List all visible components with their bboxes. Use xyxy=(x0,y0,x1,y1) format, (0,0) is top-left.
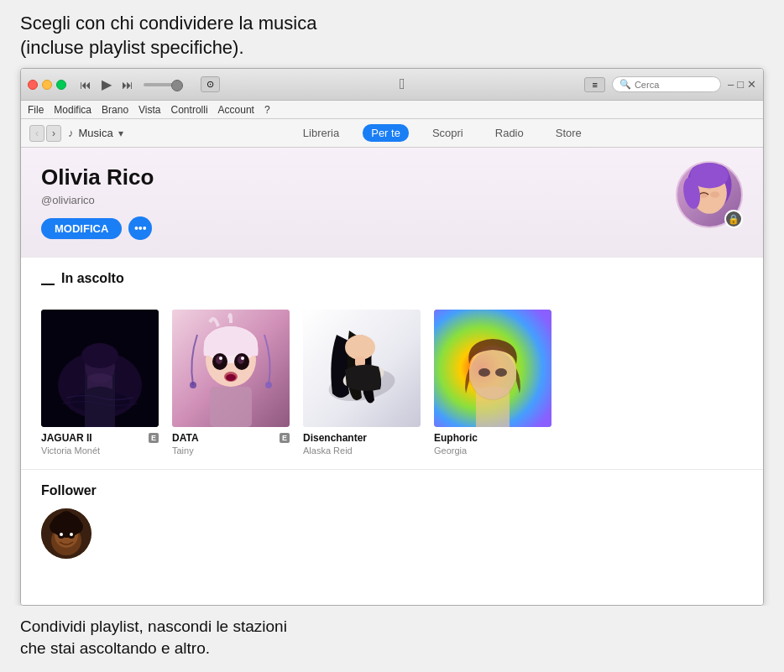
disenchanter-title: Disenchanter xyxy=(303,432,367,444)
listening-section-title: In ascolto xyxy=(61,271,124,286)
album-cover-jaguar xyxy=(41,310,159,427)
menu-modifica[interactable]: Modifica xyxy=(54,104,91,116)
itunes-window: ⏮ ▶ ⏭ ⊙  ≡ 🔍 – □ ✕ File Modifica Brano … xyxy=(20,68,764,606)
album-item-jaguar[interactable]: JAGUAR II E Victoria Monét xyxy=(41,310,159,456)
album-item-data[interactable]: DATA E Tainy xyxy=(172,310,290,456)
nav-bar: ‹ › ♪ Musica ▾ Libreria Per te Scopri Ra… xyxy=(21,119,763,148)
menu-file[interactable]: File xyxy=(28,104,44,116)
tab-scopri[interactable]: Scopri xyxy=(424,124,472,142)
search-box[interactable]: 🔍 xyxy=(612,76,721,92)
window-restore-icon[interactable]: □ xyxy=(737,78,744,91)
airplay-button[interactable]: ⊙ xyxy=(201,76,220,92)
nav-back-button[interactable]: ‹ xyxy=(29,125,44,142)
svg-point-52 xyxy=(70,533,73,536)
menu-account[interactable]: Account xyxy=(218,104,254,116)
apple-icon:  xyxy=(400,76,405,92)
follower-section-title: Follower xyxy=(41,483,743,498)
data-title: DATA xyxy=(172,432,199,444)
music-note-icon: ♪ xyxy=(68,127,74,139)
data-artist: Tainy xyxy=(172,445,290,456)
list-view-button[interactable]: ≡ xyxy=(584,77,604,92)
albums-grid: JAGUAR II E Victoria Monét xyxy=(41,310,743,456)
play-button[interactable]: ▶ xyxy=(98,75,115,94)
edit-profile-button[interactable]: MODIFICA xyxy=(41,218,122,239)
menu-vista[interactable]: Vista xyxy=(139,104,160,116)
rewind-button[interactable]: ⏮ xyxy=(76,76,95,93)
jaguar-title: JAGUAR II xyxy=(41,432,92,444)
tab-radio[interactable]: Radio xyxy=(487,124,532,142)
tab-libreria[interactable]: Libreria xyxy=(295,124,348,142)
nav-arrows: ‹ › xyxy=(29,125,61,142)
nav-dropdown-icon[interactable]: ▾ xyxy=(118,128,123,139)
disenchanter-artist: Alaska Reid xyxy=(303,445,421,456)
menu-controlli[interactable]: Controlli xyxy=(171,104,208,116)
forward-button[interactable]: ⏭ xyxy=(118,76,137,93)
disenchanter-artwork xyxy=(303,310,421,427)
svg-point-22 xyxy=(219,357,222,360)
top-instruction-text: Scegli con chi condividere la musica(inc… xyxy=(20,13,316,58)
album-item-euphoric[interactable]: Euphoric Georgia xyxy=(434,310,551,456)
svg-point-33 xyxy=(345,335,375,360)
privacy-lock-icon[interactable]: 🔒 xyxy=(724,210,743,228)
svg-point-4 xyxy=(710,191,719,198)
album-cover-data xyxy=(172,310,290,427)
nav-forward-button[interactable]: › xyxy=(46,125,61,142)
transport-controls: ⏮ ▶ ⏭ xyxy=(76,75,137,94)
nav-section: ♪ Musica ▾ xyxy=(68,127,123,139)
close-button[interactable] xyxy=(28,80,38,90)
bottom-instruction-text: Condividi playlist, nascondi le stazioni… xyxy=(20,617,287,658)
volume-slider[interactable] xyxy=(144,83,194,86)
svg-point-27 xyxy=(265,382,272,388)
bottom-instruction: Condividi playlist, nascondi le stazioni… xyxy=(0,606,784,672)
title-bar: ⏮ ▶ ⏭ ⊙  ≡ 🔍 – □ ✕ xyxy=(21,69,763,101)
svg-point-6 xyxy=(690,163,729,188)
profile-section: Olivia Rico @oliviarico MODIFICA ••• xyxy=(21,148,763,257)
euphoric-artist: Georgia xyxy=(434,445,551,456)
airplay-icon: ⊙ xyxy=(206,79,214,89)
maximize-button[interactable] xyxy=(56,80,66,90)
jaguar-artwork xyxy=(41,310,159,427)
euphoric-title-row: Euphoric xyxy=(434,432,551,444)
more-options-button[interactable]: ••• xyxy=(128,216,152,240)
listening-section: In ascolto xyxy=(21,257,763,469)
svg-point-51 xyxy=(60,533,63,536)
minimize-button[interactable] xyxy=(42,80,52,90)
svg-point-26 xyxy=(190,382,196,388)
explicit-badge-jaguar: E xyxy=(149,433,159,443)
follower-section: Follower xyxy=(21,469,763,572)
svg-rect-41 xyxy=(434,310,551,427)
section-line xyxy=(41,284,55,285)
svg-rect-28 xyxy=(210,387,252,427)
menu-help[interactable]: ? xyxy=(264,104,270,116)
euphoric-title: Euphoric xyxy=(434,432,478,444)
tab-per-te[interactable]: Per te xyxy=(363,124,409,142)
ellipsis-icon: ••• xyxy=(134,221,147,235)
search-input[interactable] xyxy=(635,80,710,90)
window-resize-controls: – □ ✕ xyxy=(728,78,756,91)
data-artwork xyxy=(172,310,290,427)
album-cover-disenchanter xyxy=(303,310,421,427)
data-title-row: DATA E xyxy=(172,432,290,444)
svg-point-23 xyxy=(241,357,244,360)
apple-logo:  xyxy=(227,76,578,93)
window-minimize-icon[interactable]: – xyxy=(728,78,734,91)
profile-handle: @oliviarico xyxy=(41,194,743,206)
menu-bar: File Modifica Brano Vista Controlli Acco… xyxy=(21,101,763,119)
window-controls xyxy=(28,80,66,90)
euphoric-artwork xyxy=(434,310,551,427)
follower-avatar[interactable] xyxy=(41,508,91,559)
album-cover-euphoric xyxy=(434,310,551,427)
profile-actions: MODIFICA ••• xyxy=(41,216,743,240)
window-close-icon[interactable]: ✕ xyxy=(747,78,756,91)
nav-tabs: Libreria Per te Scopri Radio Store xyxy=(130,124,755,142)
profile-name: Olivia Rico xyxy=(41,164,743,190)
menu-brano[interactable]: Brano xyxy=(102,104,128,116)
tab-store[interactable]: Store xyxy=(547,124,590,142)
jaguar-artist: Victoria Monét xyxy=(41,445,159,456)
search-icon: 🔍 xyxy=(619,79,631,90)
follower-avatar-svg xyxy=(41,508,91,559)
disenchanter-title-row: Disenchanter xyxy=(303,432,421,444)
svg-point-48 xyxy=(59,511,74,526)
album-item-disenchanter[interactable]: Disenchanter Alaska Reid xyxy=(303,310,421,456)
jaguar-title-row: JAGUAR II E xyxy=(41,432,159,444)
